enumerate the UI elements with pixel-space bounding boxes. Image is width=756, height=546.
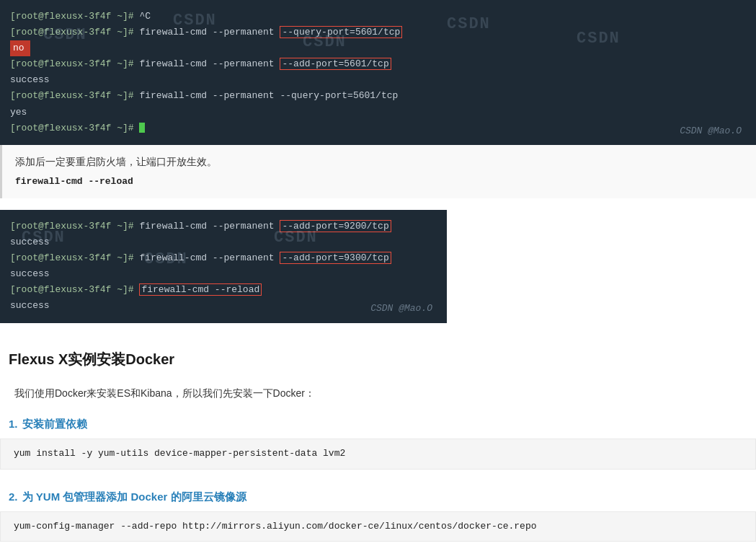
step1-code: yum install -y yum-utils device-mapper-p… [0, 439, 756, 470]
terminal-line-query-5601: [root@flexusx-3f4f ~]# firewall-cmd --pe… [10, 25, 746, 40]
info-code-reload: firewall-cmd --reload [15, 176, 133, 187]
step1-title: 安装前置依赖 [22, 418, 87, 430]
info-box-firewall: 添加后一定要重启防火墙，让端口开放生效。 firewall-cmd --relo… [0, 145, 756, 198]
step2-num: 2. [9, 490, 18, 503]
docker-section-heading: Flexus X实例安装Docker [0, 335, 756, 378]
page-container: CSDN CSDN CSDN CSDN CSDN [root@flexusx-3… [0, 0, 756, 546]
terminal-line-yes: yes [10, 105, 746, 120]
terminal2-line-add-9300: [root@flexusx-3f4f ~]# firewall-cmd --pe… [10, 250, 437, 266]
info-note-text: 添加后一定要重启防火墙，让端口开放生效。 [15, 154, 743, 169]
terminal-line-no: no [10, 40, 746, 56]
terminal2-success-2: success [10, 266, 437, 282]
csdn-credit-1: CSDN @Mao.O [680, 123, 742, 139]
terminal2-line-reload: [root@flexusx-3f4f ~]# firewall-cmd --re… [10, 282, 437, 298]
step2-code: yum-config-manager --add-repo http://mir… [0, 511, 756, 542]
terminal-line-success-1: success [10, 72, 746, 88]
terminal-line-prompt-end: [root@flexusx-3f4f ~]# [10, 120, 746, 136]
step2-heading: 2. 为 YUM 包管理器添加 Docker 的阿里云镜像源 [0, 481, 756, 510]
terminal-block-1: CSDN CSDN CSDN CSDN CSDN [root@flexusx-3… [0, 0, 756, 145]
step1-num: 1. [9, 418, 18, 430]
terminal-block-2: CSDN CSDN CSDN [root@flexusx-3f4f ~]# fi… [0, 210, 447, 323]
terminal2-line-add-9200: [root@flexusx-3f4f ~]# firewall-cmd --pe… [10, 219, 437, 234]
terminal-line-add-5601: [root@flexusx-3f4f ~]# firewall-cmd --pe… [10, 56, 746, 72]
terminal-line-ctrl-c: [root@flexusx-3f4f ~]# ^C [10, 9, 746, 25]
step1-heading: 1. 安装前置依赖 [0, 408, 756, 437]
terminal2-success-1: success [10, 234, 437, 250]
csdn-credit-2: CSDN @Mao.O [370, 301, 432, 317]
step2-title: 为 YUM 包管理器添加 Docker 的阿里云镜像源 [22, 490, 246, 503]
terminal-line-query2-5601: [root@flexusx-3f4f ~]# firewall-cmd --pe… [10, 88, 746, 104]
docker-intro-text: 我们使用Docker来安装ES和Kibana，所以我们先安装一下Docker： [0, 378, 756, 408]
